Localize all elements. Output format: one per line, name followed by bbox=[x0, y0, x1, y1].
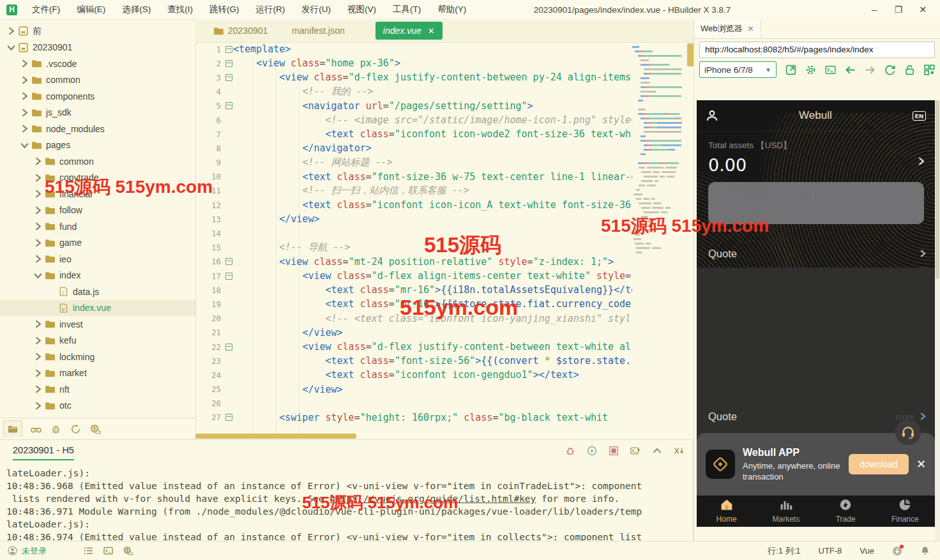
device-select[interactable]: iPhone 6/7/8 ▼ bbox=[699, 61, 777, 78]
tree-item-kefu[interactable]: kefu bbox=[0, 333, 195, 349]
menu-item[interactable]: 视图(V) bbox=[339, 4, 384, 14]
fold-marker-icon[interactable] bbox=[224, 102, 233, 109]
rerun-icon[interactable] bbox=[587, 446, 597, 456]
tree-item-data.js[interactable]: Jdata.js bbox=[0, 284, 195, 300]
tree-item-common[interactable]: common bbox=[0, 153, 195, 170]
tree-item-components[interactable]: components bbox=[0, 88, 195, 105]
bell-icon[interactable] bbox=[920, 546, 930, 556]
chevron-right-icon[interactable] bbox=[916, 156, 926, 166]
minimap[interactable] bbox=[632, 42, 694, 433]
fold-marker-icon[interactable] bbox=[224, 414, 233, 421]
fold-marker-icon[interactable] bbox=[224, 74, 233, 81]
menu-item[interactable]: 编辑(E) bbox=[68, 4, 114, 14]
back-icon[interactable] bbox=[845, 64, 856, 75]
chevron-right-icon[interactable] bbox=[33, 173, 43, 183]
update-download-icon[interactable] bbox=[892, 546, 902, 556]
tree-item-invest[interactable]: invest bbox=[0, 316, 195, 333]
refresh-icon[interactable] bbox=[884, 64, 895, 75]
tree-item-game[interactable]: game bbox=[0, 235, 195, 252]
tree-item-common[interactable]: common bbox=[0, 72, 195, 89]
tab-close-icon[interactable]: ✕ bbox=[428, 26, 435, 36]
menu-item[interactable]: 文件(F) bbox=[24, 4, 68, 14]
tree-item-nft[interactable]: nft bbox=[0, 381, 195, 398]
menu-item[interactable]: 跳转(G) bbox=[201, 4, 248, 14]
chevron-right-icon[interactable] bbox=[33, 352, 43, 361]
banner-close-icon[interactable]: ✕ bbox=[916, 457, 926, 471]
tree-item-20230901[interactable]: 20230901 bbox=[0, 40, 195, 56]
new-console-icon[interactable] bbox=[630, 446, 641, 456]
menu-item[interactable]: 工具(T) bbox=[384, 4, 429, 14]
menu-item[interactable]: 查找(I) bbox=[159, 4, 201, 14]
chevron-right-icon[interactable] bbox=[33, 156, 43, 166]
console-window-icon[interactable] bbox=[825, 64, 836, 75]
browser-tab[interactable]: Web浏览器 ✕ bbox=[694, 19, 761, 38]
tabbar-item-markets[interactable]: Markets bbox=[756, 496, 815, 527]
binoculars-icon[interactable] bbox=[31, 424, 42, 434]
bug-icon[interactable] bbox=[50, 424, 61, 434]
fold-marker-icon[interactable] bbox=[224, 60, 233, 67]
login-status[interactable]: 未登录 bbox=[22, 545, 47, 557]
user-icon[interactable] bbox=[706, 109, 718, 122]
gear-icon[interactable] bbox=[805, 64, 816, 75]
fold-marker-icon[interactable] bbox=[224, 273, 233, 280]
tree-item-.vscode[interactable]: .vscode bbox=[0, 56, 195, 72]
console-tab[interactable]: 20230901 - H5 bbox=[13, 445, 74, 460]
tree-item-financial[interactable]: financial bbox=[0, 186, 195, 202]
chevron-right-icon[interactable] bbox=[20, 91, 29, 101]
chevron-right-icon[interactable] bbox=[33, 319, 43, 329]
tree-item-node_modules[interactable]: node_modules bbox=[0, 121, 195, 137]
menu-item[interactable]: 发行(U) bbox=[293, 4, 339, 14]
encoding-label[interactable]: UTF-8 bbox=[819, 546, 842, 556]
tree-item-follow[interactable]: follow bbox=[0, 202, 195, 219]
editor-tab-20230901[interactable]: 20230901 bbox=[209, 19, 271, 42]
tabbar-item-home[interactable]: Home bbox=[697, 496, 756, 527]
browser-scrollbar[interactable] bbox=[935, 100, 940, 541]
chevron-right-icon[interactable] bbox=[20, 124, 29, 133]
tree-item-market[interactable]: market bbox=[0, 365, 195, 382]
chevron-down-icon[interactable] bbox=[20, 140, 29, 150]
chevron-right-icon[interactable] bbox=[20, 59, 29, 68]
debug-icon[interactable] bbox=[565, 446, 575, 456]
open-external-icon[interactable] bbox=[785, 64, 796, 75]
chevron-right-icon[interactable] bbox=[33, 401, 43, 411]
fold-marker-icon[interactable] bbox=[224, 46, 233, 53]
globe-cloud-icon[interactable] bbox=[123, 546, 133, 556]
collapse-icon[interactable] bbox=[652, 446, 662, 456]
chevron-right-icon[interactable] bbox=[33, 384, 43, 394]
fold-marker-icon[interactable] bbox=[224, 258, 233, 265]
chevron-right-icon[interactable] bbox=[47, 303, 56, 313]
chevron-right-icon[interactable] bbox=[33, 336, 43, 345]
quote-section-header[interactable]: Quote bbox=[708, 246, 927, 261]
chevron-right-icon[interactable] bbox=[33, 222, 43, 231]
chevron-right-icon[interactable] bbox=[33, 206, 43, 215]
browser-tab-close-icon[interactable]: ✕ bbox=[748, 24, 754, 33]
chevron-right-icon[interactable] bbox=[20, 75, 29, 85]
tree-item-index.vue[interactable]: Vindex.vue bbox=[0, 300, 195, 317]
download-button[interactable]: download bbox=[849, 454, 909, 474]
stop-icon[interactable] bbox=[609, 446, 619, 456]
chevron-right-icon[interactable] bbox=[33, 254, 43, 264]
editor-tab-index.vue[interactable]: index.vue✕ bbox=[375, 22, 443, 40]
globe-cloud-icon[interactable] bbox=[90, 424, 101, 434]
banner-placeholder[interactable] bbox=[708, 182, 924, 224]
chevron-down-icon[interactable] bbox=[33, 271, 43, 280]
chevron-right-icon[interactable] bbox=[20, 108, 29, 117]
log-link[interactable]: https://vuejs.org/guide/list.html#key bbox=[330, 494, 536, 504]
tree-item-lockming[interactable]: lockming bbox=[0, 349, 195, 365]
tabbar-item-trade[interactable]: Trade bbox=[816, 496, 876, 527]
editor-tab-manifest.json[interactable]: manifest.json bbox=[288, 19, 348, 42]
lock-icon[interactable] bbox=[904, 64, 915, 75]
menu-item[interactable]: 选择(S) bbox=[114, 4, 159, 14]
chevron-down-icon[interactable] bbox=[6, 43, 16, 52]
quote-section-header[interactable]: Quote more bbox=[708, 409, 927, 424]
fold-marker-icon[interactable] bbox=[224, 344, 233, 351]
filetype-label[interactable]: Vue bbox=[860, 546, 874, 556]
tree-item-pages[interactable]: pages bbox=[0, 137, 195, 154]
maximize-button[interactable]: ❐ bbox=[886, 0, 911, 19]
console-window-icon[interactable] bbox=[103, 546, 113, 556]
close-button[interactable]: ✕ bbox=[911, 0, 935, 19]
url-input[interactable]: http://localhost:8082/h5/#/pages/index/i… bbox=[699, 42, 935, 58]
menu-item[interactable]: 运行(R) bbox=[248, 4, 294, 14]
sync-icon[interactable] bbox=[70, 424, 81, 434]
list-icon[interactable] bbox=[84, 546, 93, 556]
